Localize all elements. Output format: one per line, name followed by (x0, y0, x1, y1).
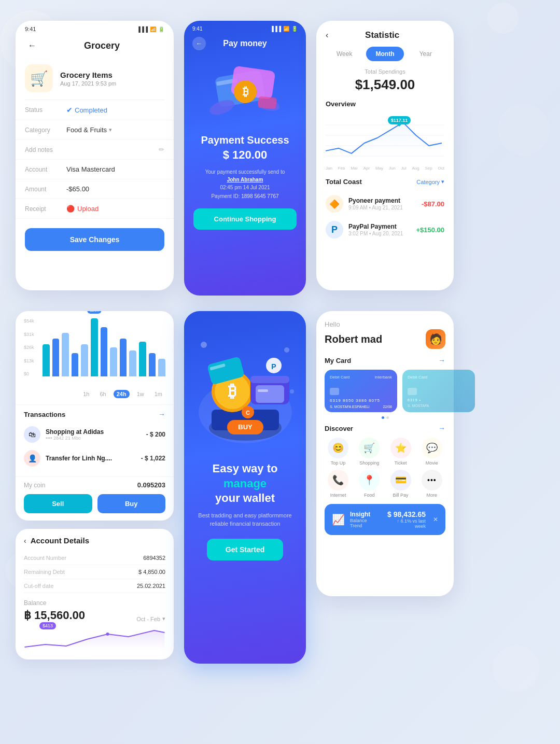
pay-money-card: 9:41 ▐▐▐ 📶 🔋 ← Pay money ₿ (184, 21, 306, 296)
paypal-info: PayPal Payment 3:02 PM • Aug 20, 2021 (348, 223, 411, 236)
card2-number: 6319 • (408, 398, 470, 402)
card-chip (330, 388, 339, 395)
tab-6h[interactable]: 6h (96, 390, 109, 398)
insight-info: Insight Balance Trend (350, 511, 380, 528)
crypto-y-axis: $54k $31k $26k $13k $0 (24, 318, 36, 376)
grocery-icon: 🛒 (25, 64, 53, 92)
notes-label: Add notes (25, 146, 66, 153)
grocery-category-field[interactable]: Category Food & Fruits ▾ (16, 120, 174, 140)
check-icon: ✔ (66, 106, 73, 114)
discover-internet[interactable]: 📞 Internet (325, 470, 352, 498)
pay-time: 9:41 (192, 26, 202, 32)
insight-change: ↑ 6.1% vs last week (385, 518, 426, 529)
save-changes-button[interactable]: Save Changes (25, 228, 164, 251)
paypal-icon: P (326, 221, 343, 238)
pay-to-name: John Abraham (227, 177, 263, 183)
movie-label: Movie (426, 460, 438, 466)
signal-icon: ▐▐▐ (137, 26, 148, 32)
insight-right: $ 98,432.65 ↑ 6.1% vs last week (385, 510, 426, 529)
pay-back-button[interactable]: ← (192, 37, 206, 50)
crypto-txn-arrow[interactable]: → (158, 410, 165, 418)
get-started-button[interactable]: Get Started (207, 539, 283, 560)
total-coast-header: Total Coast Category ▾ (316, 171, 454, 191)
tab-1m[interactable]: 1m (151, 390, 165, 398)
pay-id-value: 1898 5645 7767 (241, 193, 278, 199)
my-card-header: My Card → (325, 356, 445, 364)
edit-icon: ✏ (159, 146, 164, 153)
pyoneer-info: Pyoneer payment 9:09 AM • Aug 21, 2021 (348, 197, 416, 210)
continue-shopping-button[interactable]: Continue Shopping (193, 208, 297, 230)
period-dropdown-icon: ▾ (162, 615, 165, 622)
tab-1h[interactable]: 1h (80, 390, 92, 398)
discover-ticket[interactable]: ⭐ Ticket (387, 438, 414, 466)
my-card-arrow[interactable]: → (438, 356, 445, 364)
sell-button[interactable]: Sell (24, 494, 92, 513)
promo-title-normal: Easy way to (213, 462, 278, 475)
remaining-debt-value: $ 4,850.00 (138, 569, 165, 575)
battery-icon: 🔋 (158, 26, 164, 32)
tab-1w[interactable]: 1w (134, 390, 147, 398)
bar-tooltip: $26k (87, 311, 101, 314)
balance-section: Balance ฿ 15,560.00 Oct - Feb ▾ $413 (24, 599, 165, 652)
grocery-back-button[interactable]: ← (25, 38, 39, 53)
my-coin-row: My coin 0.095203 (16, 476, 174, 494)
grocery-item-name: Grocery Items (60, 71, 116, 79)
more-label: More (427, 493, 438, 498)
wallet-app-card: Hello Robert mad 🧑 My Card → Debit Card … (316, 311, 454, 596)
line-chart-svg (326, 112, 444, 164)
discover-topup[interactable]: 😊 Top Up (325, 438, 352, 466)
pay-battery-icon: 🔋 (291, 26, 298, 32)
statistic-card: ‹ Statistic Week Month Year Total Spendi… (316, 21, 454, 290)
crypto-txn-title: Transactions (24, 411, 65, 418)
discover-shopping[interactable]: 🛒 Shopping (356, 438, 383, 466)
discover-food[interactable]: 📍 Food (356, 470, 383, 498)
dot-2 (386, 416, 389, 419)
billpay-label: Bill Pay (393, 493, 409, 498)
topup-label: Top Up (331, 460, 346, 466)
account-back-button[interactable]: ‹ (24, 537, 26, 545)
bar-11 (139, 342, 146, 376)
adidas-info: Shopping at Adidas •••• 2842 21 Mbo (46, 428, 141, 441)
cutoff-value: 25.02.2021 (137, 583, 165, 589)
balance-row: ฿ 15,560.00 Oct - Feb ▾ (24, 609, 165, 622)
category-dropdown[interactable]: Category ▾ (416, 178, 444, 185)
food-icon: 📍 (359, 470, 380, 490)
tab-24h[interactable]: 24h (114, 390, 130, 398)
card-pagination (325, 416, 445, 419)
pyoneer-date: 9:09 AM • Aug 21, 2021 (348, 205, 416, 210)
account-title: Account Details (31, 536, 89, 545)
bar-5 (81, 344, 88, 376)
transfer-icon: 👤 (24, 450, 40, 467)
discover-billpay[interactable]: 💳 Bill Pay (387, 470, 414, 498)
chart-month-labels: JanFebMarAprMay JunJulAugSepOct (316, 164, 454, 171)
discover-arrow[interactable]: → (438, 424, 445, 432)
grocery-item-date: Aug 17, 2021 9:53 pm (60, 80, 116, 87)
insight-close-button[interactable]: ✕ (433, 516, 438, 523)
bar-6-active: $26k (91, 318, 98, 376)
grocery-title: Grocery (39, 40, 164, 51)
discover-more[interactable]: ••• More (418, 470, 445, 498)
card-number: 6319 8650 3886 8075 (330, 398, 392, 403)
tab-month[interactable]: Month (366, 47, 403, 61)
grocery-notes-field[interactable]: Add notes ✏ (16, 140, 174, 160)
discover-movie[interactable]: 💬 Movie (418, 438, 445, 466)
remaining-debt-field: Remaining Debt $ 4,850.00 (24, 565, 165, 579)
card-name-row: S. MOSTAFA ESPAHELI 22/08 (330, 405, 392, 409)
billpay-icon: 💳 (390, 470, 411, 490)
tab-week[interactable]: Week (326, 47, 363, 61)
pay-time-text: 02:45 pm 14 Jul 2021 (220, 185, 270, 190)
svg-rect-24 (256, 385, 284, 403)
crypto-bars: $26k (43, 318, 165, 376)
wallet-3d-illustration: ₿ P C BUY (188, 311, 302, 461)
svg-text:₿: ₿ (228, 382, 236, 400)
wallet-promo-card: ₿ P C BUY (184, 311, 306, 664)
insight-sub: Balance Trend (350, 518, 380, 528)
pay-id-label: Payment ID: (211, 193, 240, 199)
tab-year[interactable]: Year (407, 47, 444, 61)
wallet-promo-subtitle: Best tradding and easy platformmore reli… (194, 511, 296, 528)
account-label: Account (25, 166, 66, 173)
svg-rect-7 (258, 96, 277, 109)
receipt-value[interactable]: 🔴 Upload (66, 205, 164, 213)
buy-button[interactable]: Buy (97, 494, 166, 513)
topup-icon: 😊 (328, 438, 348, 458)
